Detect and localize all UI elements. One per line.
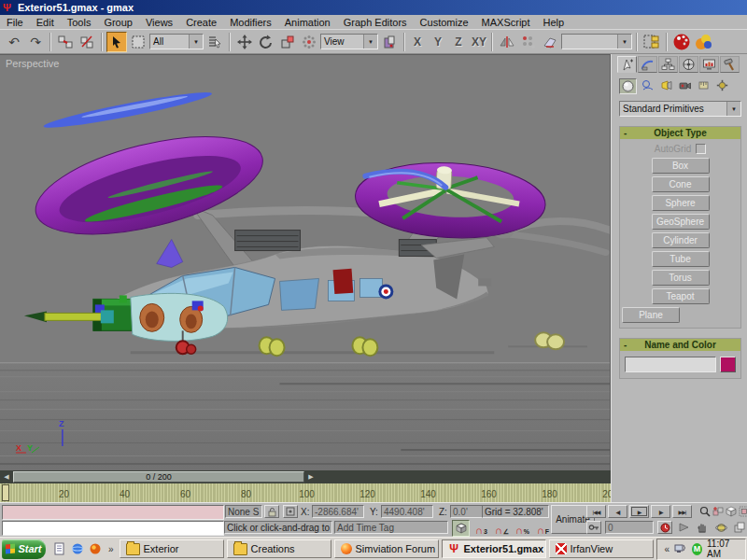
menu-item[interactable]: Tools [61,17,98,28]
playback-button[interactable]: |▶ [651,505,670,518]
object-name-field[interactable] [625,357,716,372]
minmax-toggle-icon[interactable] [732,521,747,534]
rotate-button[interactable] [256,32,276,52]
primitive-button[interactable]: Teapot [652,288,710,304]
absolute-offset-button[interactable] [283,505,298,518]
category-lights-icon[interactable] [658,78,674,92]
menu-item[interactable]: Modifiers [223,17,278,28]
taskbar-window-button[interactable]: Simviation Forum - Min... [334,539,439,558]
maxscript-listener-pink[interactable] [2,505,224,520]
playback-button[interactable]: ◀| [608,505,627,518]
add-time-tag[interactable]: Add Time Tag [334,521,448,534]
snap-magnet-button[interactable]: ∩∠ [493,520,511,535]
primitive-button[interactable]: Plane [622,307,680,323]
time-slider-handle[interactable]: 0 / 200 [13,471,304,483]
track-bar[interactable]: 20406080100120140160180200 [0,483,611,502]
menu-item[interactable]: Help [537,17,571,28]
frame-prev-arrow[interactable]: ◀ [0,471,13,483]
taskbar-window-button[interactable]: IrfanView [549,539,654,558]
select-and-link-icon[interactable] [55,32,76,52]
firefox-icon[interactable] [89,542,103,556]
material-editor-icon[interactable] [671,32,692,52]
playback-button[interactable]: ▶▶| [672,505,692,518]
dropdown-arrow-icon[interactable]: ▼ [189,35,203,49]
align-button[interactable] [540,32,560,52]
primitive-button[interactable]: Torus [652,270,710,286]
object-color-swatch[interactable] [720,357,736,372]
menu-item[interactable]: Animation [278,17,337,28]
menu-item[interactable]: Views [139,17,179,28]
axis-constraint-button[interactable]: Y [430,33,446,51]
select-object-button[interactable] [106,32,127,52]
x-coord-field[interactable]: -2866.684' [312,505,364,518]
snap-magnet-button[interactable]: ∩% [514,520,531,535]
scale-button[interactable] [277,32,298,52]
network-tray-icon[interactable] [674,542,687,555]
reference-coordsys-dropdown[interactable]: View ▼ [320,34,378,49]
arc-rotate-icon[interactable] [713,521,728,534]
perspective-viewport[interactable]: Z X Y Perspective [0,54,611,470]
snap-toggle-3d-icon[interactable] [452,520,470,537]
menu-item[interactable]: MAXScript [475,17,537,28]
snap-magnet-button[interactable]: ∩F [534,520,552,535]
viewport-label[interactable]: Perspective [6,58,59,69]
name-color-rollout-header[interactable]: - Name and Color [620,339,740,351]
maxscript-listener-white[interactable] [2,521,224,536]
tray-chevron[interactable]: « [665,544,670,554]
taskbar-window-button[interactable]: Creations [227,539,331,558]
primitive-button[interactable]: Sphere [652,195,710,211]
undo-button[interactable]: ↶ [4,32,24,52]
tab-create[interactable] [617,56,637,73]
zoom-extents-all-icon[interactable] [738,505,747,518]
internet-explorer-icon[interactable] [71,542,85,556]
primitive-button[interactable]: Box [652,158,710,174]
menu-item[interactable]: Customize [414,17,475,28]
category-helpers-icon[interactable] [696,78,712,92]
select-by-name-icon[interactable] [204,32,225,52]
frame-next-arrow[interactable]: ▶ [304,471,317,483]
tab-modify[interactable] [638,56,657,73]
taskbar-window-button[interactable]: Exterior [120,539,224,558]
tab-display[interactable] [699,56,719,73]
unlink-selection-icon[interactable] [77,32,97,52]
object-type-rollout-header[interactable]: - Object Type [620,127,740,139]
show-desktop-icon[interactable] [53,542,67,556]
mirror-button[interactable] [497,32,517,52]
quick-launch-overflow-chevron[interactable]: » [108,544,114,554]
selection-region-icon[interactable] [128,32,148,52]
messenger-tray-icon[interactable]: M [692,543,702,555]
primitive-button[interactable]: Cone [652,176,710,192]
autogrid-checkbox[interactable] [696,144,706,154]
start-button[interactable]: Start [2,539,46,559]
axis-constraint-button[interactable]: X [409,33,426,51]
y-coord-field[interactable]: 4490.408' [381,505,433,518]
playback-button[interactable]: ▶ [629,505,649,518]
tab-hierarchy[interactable] [658,56,678,73]
current-frame-field[interactable]: 0 [605,521,654,534]
dropdown-arrow-icon[interactable]: ▼ [726,102,740,116]
category-cameras-icon[interactable] [677,78,693,92]
playback-button[interactable]: |◀◀ [586,505,606,518]
menu-item[interactable]: Edit [30,17,61,28]
move-button[interactable] [234,32,255,52]
array-button[interactable] [518,32,539,52]
primitive-button[interactable]: GeoSphere [652,214,710,230]
taskbar-window-button[interactable]: Exterior51.gmax - g... [442,539,546,558]
category-systems-icon[interactable] [714,78,730,92]
dropdown-arrow-icon[interactable]: ▼ [363,35,377,49]
snap-magnet-button[interactable]: ∩3 [472,520,490,535]
category-shapes-icon[interactable] [640,78,655,92]
menu-item[interactable]: Group [97,17,139,28]
category-geometry-icon[interactable] [619,78,637,94]
render-icon[interactable] [693,32,713,52]
zoom-icon[interactable] [698,505,711,518]
use-center-icon[interactable] [379,32,400,52]
title-bar[interactable]: Ψ Exterior51.gmax - gmax [0,0,747,15]
zoom-all-icon[interactable] [712,505,724,518]
primitive-category-dropdown[interactable]: Standard Primitives ▼ [619,101,741,117]
axis-constraint-button[interactable]: XY [471,33,487,51]
redo-button[interactable]: ↷ [25,32,46,52]
selection-filter-dropdown[interactable]: All ▼ [149,34,204,49]
menu-item[interactable]: Graph Editors [337,17,414,28]
set-key-button[interactable] [586,521,601,534]
